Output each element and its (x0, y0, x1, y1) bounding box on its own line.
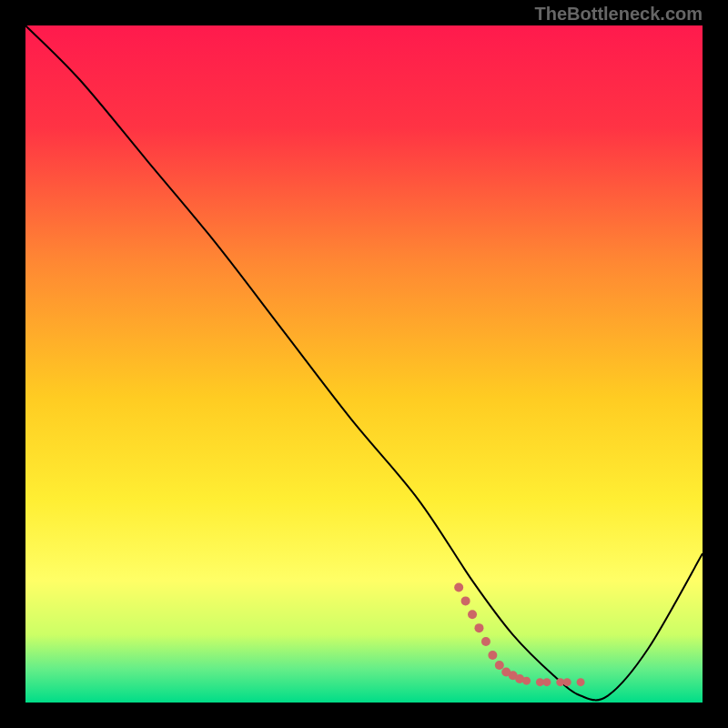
highlight-dot (522, 677, 531, 685)
highlight-dot (481, 637, 490, 646)
watermark-text: TheBottleneck.com (535, 4, 703, 25)
highlight-dot (474, 623, 483, 632)
highlight-dot (542, 678, 551, 686)
highlight-dot (461, 596, 470, 605)
highlight-dot (563, 678, 571, 686)
highlight-dot (488, 651, 497, 660)
highlight-dot (577, 678, 585, 686)
gradient-background (25, 25, 703, 703)
highlight-dot (495, 661, 504, 670)
chart-plot (25, 25, 703, 703)
highlight-dot (454, 583, 463, 592)
highlight-dot (468, 610, 477, 619)
